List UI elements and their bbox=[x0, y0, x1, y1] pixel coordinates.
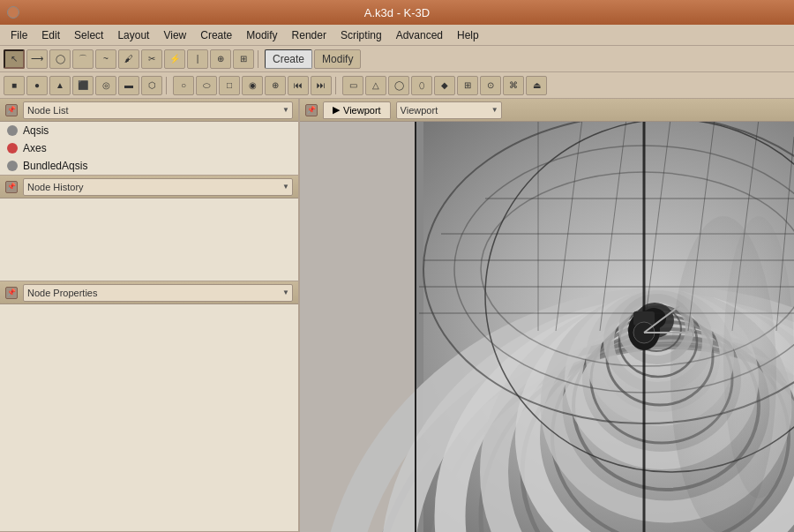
node-properties-pin[interactable]: 📌 bbox=[5, 287, 18, 299]
tool-light-spot[interactable]: ⊙ bbox=[480, 76, 501, 95]
node-history-pin[interactable]: 📌 bbox=[5, 181, 18, 193]
node-properties-select-wrap[interactable]: Node Properties bbox=[23, 284, 293, 302]
menu-advanced[interactable]: Advanced bbox=[389, 27, 450, 43]
tool-sphere[interactable]: ● bbox=[26, 76, 48, 95]
list-item[interactable]: BundledAqsis bbox=[0, 157, 298, 175]
tool-ring[interactable]: ◉ bbox=[242, 76, 263, 95]
viewport-3d: Y bbox=[300, 122, 794, 532]
menu-view[interactable]: View bbox=[156, 27, 193, 43]
toolbar-1: ↖ ⟶ ◯ ⌒ ~ 🖌 ✂ ⚡ | ⊕ ⊞ Create Modify bbox=[0, 46, 794, 72]
tool-ellipse[interactable]: ⬭ bbox=[196, 76, 217, 95]
tool-square[interactable]: □ bbox=[219, 76, 240, 95]
tool-camera[interactable]: ⊞ bbox=[457, 76, 478, 95]
tool-paint[interactable]: 🖌 bbox=[118, 49, 139, 69]
node-history-select-wrap[interactable]: Node History bbox=[23, 178, 293, 196]
close-button[interactable] bbox=[7, 6, 19, 19]
node-history-header: 📌 Node History bbox=[0, 176, 298, 199]
list-item[interactable]: Aqsis bbox=[0, 122, 298, 139]
left-panel: 📌 Node List Aqsis Axes Bu bbox=[0, 99, 300, 532]
node-properties-select[interactable]: Node Properties bbox=[23, 284, 293, 302]
menu-edit[interactable]: Edit bbox=[34, 27, 67, 43]
menu-render[interactable]: Render bbox=[285, 27, 333, 43]
viewport-pin[interactable]: 📌 bbox=[305, 104, 318, 116]
tool-cone[interactable]: ▲ bbox=[49, 76, 71, 95]
axis-line bbox=[415, 122, 416, 532]
node-history-select[interactable]: Node History bbox=[23, 178, 293, 196]
title-bar: A.k3d - K-3D bbox=[0, 0, 794, 25]
tool-move[interactable]: ⟶ bbox=[26, 49, 48, 69]
tool-light-circle[interactable]: ◯ bbox=[388, 76, 409, 95]
axes-icon bbox=[7, 143, 18, 154]
tool-split[interactable]: | bbox=[187, 49, 208, 69]
tool-star[interactable]: ⊕ bbox=[265, 76, 286, 95]
toolbar-separator-1 bbox=[258, 50, 261, 68]
toolbar-separator-2 bbox=[166, 77, 169, 94]
tool-circle[interactable]: ◯ bbox=[49, 49, 71, 69]
aqsis-label: Aqsis bbox=[23, 124, 49, 137]
node-history-content bbox=[0, 199, 298, 281]
node-properties-header: 📌 Node Properties bbox=[0, 281, 298, 304]
tool-light-tri[interactable]: △ bbox=[365, 76, 386, 95]
tunnel-svg: Y bbox=[300, 122, 794, 532]
tool-freeform[interactable]: ~ bbox=[95, 49, 116, 69]
viewport-select-wrap[interactable]: Viewport bbox=[396, 101, 502, 119]
tool-prev[interactable]: ⏮ bbox=[288, 76, 309, 95]
list-item[interactable]: Axes bbox=[0, 139, 298, 157]
modify-button[interactable]: Modify bbox=[314, 49, 361, 69]
node-properties-section: 📌 Node Properties bbox=[0, 281, 298, 532]
viewport-tab-label: Viewport bbox=[343, 105, 381, 116]
node-list-content: Aqsis Axes BundledAqsis bbox=[0, 122, 298, 175]
tool-torus[interactable]: ◎ bbox=[95, 76, 116, 95]
tool-cut[interactable]: ✂ bbox=[141, 49, 162, 69]
menu-layout[interactable]: Layout bbox=[110, 27, 156, 43]
menu-select[interactable]: Select bbox=[67, 27, 110, 43]
viewport-arrow: ▶ bbox=[333, 104, 340, 116]
viewport-select[interactable]: Viewport bbox=[396, 101, 502, 119]
tool-light-diamond[interactable]: ◆ bbox=[434, 76, 455, 95]
toolbar-2: ■ ● ▲ ⬛ ◎ ▬ ⬡ ○ ⬭ □ ◉ ⊕ ⏮ ⏭ ▭ △ ◯ ⬯ ◆ ⊞ … bbox=[0, 72, 794, 99]
node-list-section: 📌 Node List Aqsis Axes Bu bbox=[0, 99, 298, 176]
viewport-header: 📌 ▶ Viewport Viewport bbox=[300, 99, 794, 122]
axes-label: Axes bbox=[23, 142, 47, 154]
tool-light-oval[interactable]: ⬯ bbox=[411, 76, 432, 95]
tool-motion[interactable]: ⌘ bbox=[503, 76, 524, 95]
create-button[interactable]: Create bbox=[265, 49, 312, 69]
svg-point-49 bbox=[723, 216, 794, 498]
tool-cylinder[interactable]: ⬛ bbox=[72, 76, 94, 95]
node-history-section: 📌 Node History bbox=[0, 176, 298, 281]
node-list-header: 📌 Node List bbox=[0, 99, 298, 122]
menu-bar: File Edit Select Layout View Create Modi… bbox=[0, 25, 794, 46]
tool-select-arrow[interactable]: ↖ bbox=[4, 49, 25, 69]
node-list-pin[interactable]: 📌 bbox=[5, 104, 18, 116]
menu-scripting[interactable]: Scripting bbox=[333, 27, 389, 43]
aqsis-icon bbox=[7, 125, 18, 136]
menu-modify[interactable]: Modify bbox=[239, 27, 284, 43]
tool-knife[interactable]: ⚡ bbox=[164, 49, 185, 69]
tool-circle-shape[interactable]: ○ bbox=[173, 76, 194, 95]
window-title: A.k3d - K-3D bbox=[364, 6, 430, 19]
viewport-area: 📌 ▶ Viewport Viewport bbox=[300, 99, 794, 532]
window-controls bbox=[7, 6, 19, 19]
node-list-select[interactable]: Node List bbox=[23, 101, 293, 119]
node-properties-content bbox=[0, 304, 298, 531]
tool-light-rect[interactable]: ▭ bbox=[342, 76, 363, 95]
bundled-icon bbox=[7, 161, 18, 171]
node-list-select-wrap[interactable]: Node List bbox=[23, 101, 293, 119]
menu-create[interactable]: Create bbox=[193, 27, 239, 43]
tool-weld[interactable]: ⊞ bbox=[233, 49, 254, 69]
tool-end[interactable]: ⏏ bbox=[526, 76, 547, 95]
bundled-label: BundledAqsis bbox=[23, 160, 87, 172]
tool-lasso[interactable]: ⌒ bbox=[72, 49, 94, 69]
menu-help[interactable]: Help bbox=[450, 27, 486, 43]
tool-plane[interactable]: ▬ bbox=[118, 76, 139, 95]
tool-polygon[interactable]: ⬡ bbox=[141, 76, 162, 95]
menu-file[interactable]: File bbox=[4, 27, 34, 43]
toolbar-separator-3 bbox=[335, 77, 339, 94]
viewport-content[interactable]: Y bbox=[300, 122, 794, 532]
viewport-tab[interactable]: ▶ Viewport bbox=[323, 101, 391, 119]
tool-next[interactable]: ⏭ bbox=[311, 76, 332, 95]
tool-cube[interactable]: ■ bbox=[4, 76, 25, 95]
main-area: 📌 Node List Aqsis Axes Bu bbox=[0, 99, 794, 532]
tool-merge[interactable]: ⊕ bbox=[210, 49, 231, 69]
